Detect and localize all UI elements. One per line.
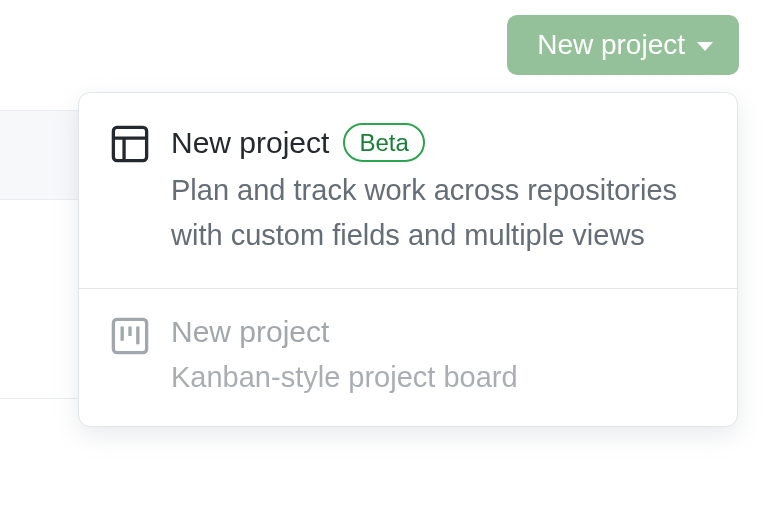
dropdown-item-description: Plan and track work across repositories … — [171, 168, 699, 258]
bg-divider — [0, 398, 78, 399]
dropdown-item-title: New project — [171, 315, 329, 349]
chevron-down-icon — [697, 42, 713, 51]
dropdown-item-content: New project Kanban-style project board — [171, 315, 699, 400]
dropdown-item-project-beta[interactable]: New project Beta Plan and track work acr… — [79, 93, 737, 289]
dropdown-item-description: Kanban-style project board — [171, 355, 699, 400]
new-project-dropdown: New project Beta Plan and track work acr… — [78, 92, 738, 427]
table-icon — [111, 125, 149, 163]
dropdown-item-content: New project Beta Plan and track work acr… — [171, 123, 699, 258]
beta-badge: Beta — [343, 123, 424, 162]
dropdown-item-title: New project — [171, 126, 329, 160]
kanban-icon — [111, 317, 149, 355]
svg-rect-0 — [113, 127, 146, 160]
dropdown-item-title-row: New project — [171, 315, 699, 349]
new-project-button[interactable]: New project — [507, 15, 739, 75]
new-project-button-label: New project — [537, 29, 685, 61]
bg-subtle-row — [0, 110, 78, 200]
dropdown-item-project-classic[interactable]: New project Kanban-style project board — [79, 289, 737, 426]
dropdown-item-title-row: New project Beta — [171, 123, 699, 162]
